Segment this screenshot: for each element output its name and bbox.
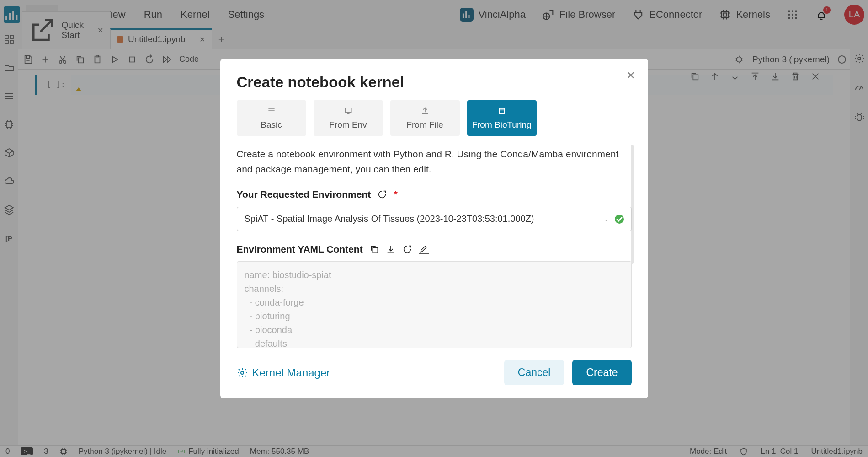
environment-select[interactable]: SpiAT - Spatial Image Analysis Of Tissue…	[237, 207, 632, 231]
modal-tabs: Basic From Env From File From BioTuring	[237, 100, 632, 136]
required-asterisk: *	[394, 188, 398, 200]
chevron-down-icon: ⌄	[604, 215, 609, 223]
list-icon	[266, 106, 277, 115]
modal-tab-label: From Env	[329, 120, 367, 130]
gear-icon	[237, 367, 248, 378]
modal-title: Create notebook kernel	[237, 74, 632, 91]
svg-rect-30	[373, 247, 378, 253]
yaml-content-area[interactable]: name: biostudio-spiat channels: - conda-…	[237, 261, 632, 348]
yaml-section-label: Environment YAML Content	[237, 244, 632, 255]
modal-tab-from-file[interactable]: From File	[390, 100, 460, 136]
upload-icon	[419, 106, 431, 115]
create-button[interactable]: Create	[572, 360, 631, 385]
modal-footer: Kernel Manager Cancel Create	[237, 360, 632, 385]
modal-overlay[interactable]: Create notebook kernel ✕ Basic From Env …	[0, 0, 868, 457]
edit-icon[interactable]	[419, 244, 429, 254]
monitor-icon	[342, 106, 354, 115]
env-section-label: Your Requested Environment *	[237, 188, 632, 200]
modal-tab-from-bioturing[interactable]: From BioTuring	[467, 100, 537, 136]
modal-scrollbar[interactable]	[631, 145, 634, 264]
kernel-manager-link[interactable]: Kernel Manager	[237, 366, 330, 379]
modal-tab-label: From BioTuring	[472, 120, 531, 130]
cancel-button[interactable]: Cancel	[504, 360, 564, 385]
svg-rect-29	[499, 108, 505, 114]
env-label-text: Your Requested Environment	[237, 189, 371, 200]
svg-point-31	[241, 371, 244, 374]
refresh-icon[interactable]	[402, 244, 412, 254]
modal-tab-label: Basic	[261, 120, 282, 130]
modal-tab-label: From File	[406, 120, 443, 130]
modal-tab-basic[interactable]: Basic	[237, 100, 306, 136]
check-valid-icon	[615, 215, 624, 224]
modal-description: Create a notebook environment with Pytho…	[237, 147, 632, 177]
env-select-value: SpiAT - Spatial Image Analysis Of Tissue…	[245, 214, 534, 224]
copy-icon[interactable]	[369, 244, 379, 254]
kernel-manager-label: Kernel Manager	[252, 366, 330, 379]
create-kernel-modal: Create notebook kernel ✕ Basic From Env …	[220, 59, 648, 398]
refresh-icon[interactable]	[377, 189, 387, 199]
box-icon	[496, 106, 508, 115]
modal-close-button[interactable]: ✕	[626, 69, 635, 82]
yaml-label-text: Environment YAML Content	[237, 244, 363, 255]
modal-tab-from-env[interactable]: From Env	[314, 100, 383, 136]
svg-rect-28	[345, 108, 351, 112]
download-icon[interactable]	[386, 244, 396, 254]
